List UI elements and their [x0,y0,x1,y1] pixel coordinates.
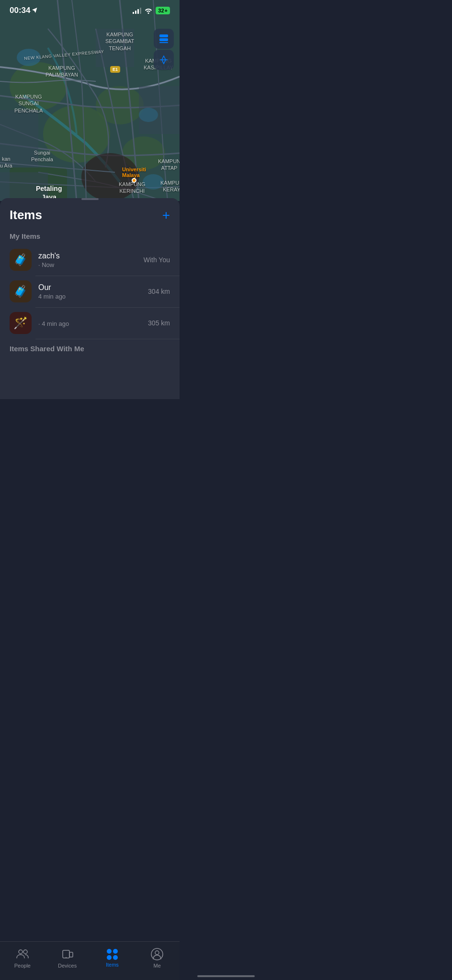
item-distance-zachs: With You [144,256,170,264]
item-name-our: Our [38,283,141,292]
signal-icon [133,7,141,14]
map-controls[interactable] [154,29,174,70]
svg-point-12 [139,108,158,122]
my-items-section-label: My Items [0,226,180,244]
svg-rect-16 [159,42,168,43]
time-display: 00:34 [10,6,30,15]
svg-rect-9 [96,29,134,67]
item-name-zachs: zach's [38,252,137,260]
item-time-our: 4 min ago [38,293,141,300]
svg-point-11 [17,49,41,66]
item-info-zachs: zach's · Now [38,252,137,268]
current-location-icon [159,55,169,65]
add-item-button[interactable]: + [162,209,170,222]
status-bar: 00:34 32+ [0,0,180,17]
shared-section-label: Items Shared With Me [0,339,180,356]
nav-spacer [0,356,180,395]
svg-rect-8 [0,172,48,201]
item-row[interactable]: 🧳 zach's · Now With You [0,244,180,276]
item-time-wand: · 4 min ago [38,320,141,327]
item-distance-our: 304 km [148,288,170,295]
svg-rect-15 [159,38,168,41]
item-time-zachs: · Now [38,261,137,268]
battery-level: 32 [158,8,164,13]
item-icon-wand: 🪄 [10,312,32,334]
map-layers-button[interactable] [154,29,174,49]
wifi-icon [144,7,153,14]
item-distance-wand: 305 km [148,319,170,327]
item-row[interactable]: 🪄 · 4 min ago 305 km [0,307,180,339]
item-info-our: Our 4 min ago [38,283,141,300]
status-icons: 32+ [133,7,170,14]
item-icon-zachs: 🧳 [10,249,32,271]
location-button[interactable] [154,50,174,70]
item-row[interactable]: 🧳 Our 4 min ago 304 km [0,276,180,307]
map-svg [0,0,180,201]
university-pin: UniversitiMalaya [122,167,146,183]
layers-icon [158,33,169,44]
svg-rect-14 [159,34,168,37]
bottom-sheet: Items + My Items 🧳 zach's · Now With You… [0,198,180,399]
location-arrow-icon [32,7,38,14]
item-icon-our: 🧳 [10,280,32,302]
item-info-wand: · 4 min ago [38,319,141,327]
road-badge-e1: E1 [110,66,120,73]
svg-rect-6 [0,110,38,167]
battery-indicator: 32+ [156,7,170,14]
sheet-header: Items + [0,200,180,226]
svg-point-3 [96,86,144,124]
status-time: 00:34 [10,6,38,15]
sheet-title: Items [10,208,42,223]
map-view[interactable]: KAMPUNGSEGAMBATTENGAH NEW KLANG VALLEY E… [0,0,180,201]
